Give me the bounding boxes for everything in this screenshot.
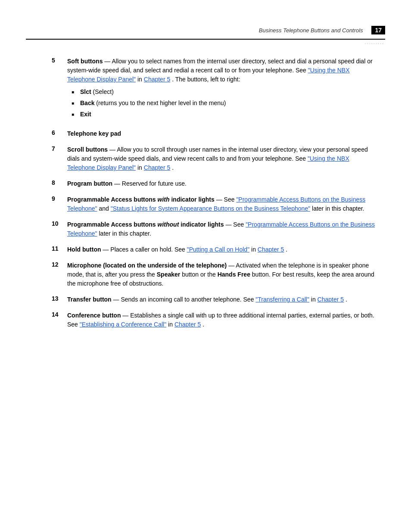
item-label: Scroll buttons [67,146,108,153]
item-label: Program button [67,180,112,187]
link-establishing-conference[interactable]: "Establishing a Conference Call" [80,321,166,328]
item-number: 14 [52,311,67,318]
bullet-icon: ■ [72,89,80,95]
item-text: — Sends an incoming call to another tele… [113,296,256,303]
item-text-end: . [286,246,287,253]
item-text-end: . [346,296,347,303]
item-text-in: in [251,246,258,253]
item-body: Telephone key pad [67,129,377,138]
item-body: Programmable Access buttons without indi… [67,220,377,238]
item-text-and: and [99,205,110,212]
item-body: Program button — Reserved for future use… [67,179,377,188]
header-title: Business Telephone Buttons and Controls [26,27,371,34]
list-item: 11 Hold button — Places a caller on hold… [52,245,377,254]
link-chapter-5-conference[interactable]: Chapter 5 [174,321,201,328]
link-chapter-5-soft[interactable]: Chapter 5 [144,76,170,83]
item-body: Transfer button — Sends an incoming call… [67,295,377,304]
item-text-in: in [137,76,144,83]
link-status-lights[interactable]: "Status Lights for System Appearance But… [111,205,310,212]
item-text-in: in [137,164,144,171]
bullet-icon: ■ [72,100,80,106]
item-body: Programmable Access buttons with indicat… [67,195,377,213]
item-text-end: . [172,164,174,171]
page: Business Telephone Buttons and Controls … [0,0,411,532]
bullet-text: Slct (Select) [80,87,377,96]
item-label: Programmable Access buttons with indicat… [67,196,215,203]
link-chapter-5-hold[interactable]: Chapter 5 [258,246,284,253]
item-number: 7 [52,145,67,152]
item-number: 13 [52,295,67,302]
link-putting-call-hold[interactable]: "Putting a Call on Hold" [187,246,249,253]
list-item: ■ Exit [72,110,377,119]
list-item: 12 Microphone (located on the underside … [52,261,377,288]
item-body: Microphone (located on the underside of … [67,261,377,288]
item-text-end: . [202,321,204,328]
bullet-list: ■ Slct (Select) ■ Back (returns you to t… [72,87,377,119]
item-label: Telephone key pad [67,130,121,137]
item-text-end: later in this chapter. [312,205,364,212]
item-number: 9 [52,195,67,202]
list-item: 10 Programmable Access buttons without i… [52,220,377,238]
list-item: 9 Programmable Access buttons with indic… [52,195,377,213]
list-item: 8 Program button — Reserved for future u… [52,179,377,188]
bullet-icon: ■ [72,111,80,118]
item-text: — See [225,221,246,228]
link-chapter-5-transfer[interactable]: Chapter 5 [318,296,344,303]
item-number: 6 [52,129,67,136]
item-text-end: . The buttons, left to right: [172,76,240,83]
item-label: Microphone (located on the underside of … [67,262,227,269]
item-label: Conference button [67,312,121,319]
item-number: 11 [52,245,67,252]
item-body: Conference button — Establishes a single… [67,311,377,329]
item-body: Scroll buttons — Allow you to scroll thr… [67,145,377,172]
item-text-in: in [168,321,174,328]
item-label: Soft buttons [67,58,103,65]
link-transferring-call[interactable]: "Transferring a Call" [255,296,309,303]
item-text-end: later in this chapter. [99,230,151,237]
list-item: 13 Transfer button — Sends an incoming c… [52,295,377,304]
list-item: ■ Back (returns you to the next higher l… [72,99,377,108]
list-item: 14 Conference button — Establishes a sin… [52,311,377,329]
list-item: ■ Slct (Select) [72,87,377,96]
list-item: 5 Soft buttons — Allow you to select nam… [52,57,377,122]
item-number: 5 [52,57,67,64]
item-number: 8 [52,179,67,186]
bullet-text: Exit [80,110,377,119]
item-label: Transfer button [67,296,112,303]
list-item: 6 Telephone key pad [52,129,377,138]
item-body: Hold button — Places a caller on hold. S… [67,245,377,254]
item-text: — See [216,196,237,203]
list-item: 7 Scroll buttons — Allow you to scroll t… [52,145,377,172]
item-body: Soft buttons — Allow you to select names… [67,57,377,122]
item-number: 10 [52,220,67,227]
item-text-in: in [311,296,318,303]
item-text: — Reserved for future use. [114,180,187,187]
dots-decoration: ......... [0,40,411,45]
link-chapter-5-scroll[interactable]: Chapter 5 [144,164,170,171]
item-number: 12 [52,261,67,268]
page-number: 17 [371,26,385,34]
item-label: Programmable Access buttons without indi… [67,221,224,228]
item-text: — Places a caller on hold. See [103,246,187,253]
bullet-text: Back (returns you to the next higher lev… [80,99,377,108]
main-content: 5 Soft buttons — Allow you to select nam… [0,48,411,353]
page-header: Business Telephone Buttons and Controls … [0,0,411,39]
item-label: Hold button [67,246,101,253]
